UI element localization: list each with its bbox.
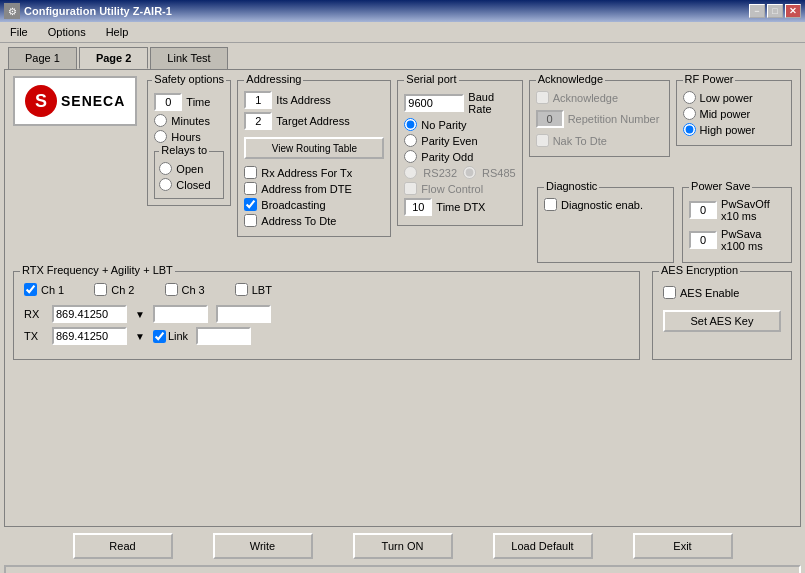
rs232-radio[interactable] [404, 166, 417, 179]
lbt-checkbox[interactable] [235, 283, 248, 296]
ch3-checkbox[interactable] [165, 283, 178, 296]
diag-enable-row: Diagnostic enab. [544, 198, 667, 211]
minutes-label: Minutes [171, 115, 210, 127]
view-routing-table-button[interactable]: View Routing Table [244, 137, 384, 159]
mid-power-row: Mid power [683, 107, 785, 120]
flow-control-checkbox[interactable] [404, 182, 417, 195]
set-aes-key-button[interactable]: Set AES Key [663, 310, 781, 332]
addressing-group: Addressing Its Address Target Address Vi… [237, 80, 391, 237]
nak-to-dte-checkbox[interactable] [536, 134, 549, 147]
nak-to-dte-row: Nak To Dte [536, 134, 663, 147]
rep-number-row: Repetition Number [536, 110, 663, 128]
hours-row: Hours [154, 130, 224, 143]
menu-file[interactable]: File [4, 24, 34, 40]
tx-freq-input[interactable] [52, 327, 127, 345]
ch2-label: Ch 2 [111, 284, 134, 296]
tx-label: TX [24, 330, 44, 342]
seneca-s-icon: S [25, 85, 57, 117]
minutes-row: Minutes [154, 114, 224, 127]
diag-enable-checkbox[interactable] [544, 198, 557, 211]
rs485-radio[interactable] [463, 166, 476, 179]
baud-rate-label: Baud Rate [468, 91, 515, 115]
pwsavoff-input[interactable] [689, 201, 717, 219]
address-to-dte-row: Address To Dte [244, 214, 384, 227]
turn-on-button[interactable]: Turn ON [353, 533, 453, 559]
its-address-input[interactable] [244, 91, 272, 109]
ch1-checkbox[interactable] [24, 283, 37, 296]
ch1-row: Ch 1 [24, 283, 64, 296]
tab-link-test[interactable]: Link Test [150, 47, 227, 69]
address-from-dte-row: Address from DTE [244, 182, 384, 195]
pwsava-input[interactable] [689, 231, 717, 249]
lbt-row: LBT [235, 283, 272, 296]
baud-rate-row: Baud Rate [404, 91, 515, 115]
tx-ch3-input[interactable] [196, 327, 251, 345]
ch2-checkbox[interactable] [94, 283, 107, 296]
menu-options[interactable]: Options [42, 24, 92, 40]
closed-radio[interactable] [159, 178, 172, 191]
rx-address-row: Rx Address For Tx [244, 166, 384, 179]
rx-freq-input[interactable] [52, 305, 127, 323]
menu-bar: File Options Help [0, 22, 805, 43]
maximize-button[interactable]: □ [767, 4, 783, 18]
parity-even-row: Parity Even [404, 134, 515, 147]
rx-ch2-input[interactable] [153, 305, 208, 323]
mid-power-radio[interactable] [683, 107, 696, 120]
address-from-dte-label: Address from DTE [261, 183, 351, 195]
load-default-button[interactable]: Load Default [493, 533, 593, 559]
pwsavoff-row: PwSavOff x10 ms [689, 198, 785, 222]
rtx-channels: Ch 1 Ch 2 Ch 3 LBT [24, 280, 629, 299]
high-power-label: High power [700, 124, 756, 136]
aes-enable-checkbox[interactable] [663, 286, 676, 299]
menu-help[interactable]: Help [100, 24, 135, 40]
parity-odd-row: Parity Odd [404, 150, 515, 163]
low-power-radio[interactable] [683, 91, 696, 104]
rx-ch3-input[interactable] [216, 305, 271, 323]
parity-odd-label: Parity Odd [421, 151, 473, 163]
baud-rate-input[interactable] [404, 94, 464, 112]
no-parity-radio[interactable] [404, 118, 417, 131]
open-label: Open [176, 163, 203, 175]
time-dtx-input[interactable] [404, 198, 432, 216]
high-power-radio[interactable] [683, 123, 696, 136]
exit-button[interactable]: Exit [633, 533, 733, 559]
time-input[interactable] [154, 93, 182, 111]
down-arrow-rx[interactable]: ▼ [135, 309, 145, 320]
hours-radio[interactable] [154, 130, 167, 143]
ch3-label: Ch 3 [182, 284, 205, 296]
window-controls: − □ ✕ [749, 4, 801, 18]
tab-page2[interactable]: Page 2 [79, 47, 148, 69]
broadcasting-checkbox[interactable] [244, 198, 257, 211]
address-to-dte-label: Address To Dte [261, 215, 336, 227]
closed-row: Closed [159, 178, 219, 191]
lbt-label: LBT [252, 284, 272, 296]
address-from-dte-checkbox[interactable] [244, 182, 257, 195]
down-arrow-tx[interactable]: ▼ [135, 331, 145, 342]
serial-port-label: Serial port [404, 73, 458, 85]
rx-address-checkbox[interactable] [244, 166, 257, 179]
diagnostic-group: Diagnostic Diagnostic enab. [537, 187, 674, 263]
acknowledge-check-label: Acknowledge [553, 92, 618, 104]
parity-even-radio[interactable] [404, 134, 417, 147]
nak-to-dte-label: Nak To Dte [553, 135, 607, 147]
write-button[interactable]: Write [213, 533, 313, 559]
rs485-label: RS485 [482, 167, 516, 179]
broadcasting-row: Broadcasting [244, 198, 384, 211]
close-button[interactable]: ✕ [785, 4, 801, 18]
rtx-aes-row: RTX Frequency + Agility + LBT Ch 1 Ch 2 … [13, 271, 792, 360]
acknowledge-label: Acknowledge [536, 73, 605, 85]
tab-page1[interactable]: Page 1 [8, 47, 77, 69]
open-radio[interactable] [159, 162, 172, 175]
read-button[interactable]: Read [73, 533, 173, 559]
minimize-button[interactable]: − [749, 4, 765, 18]
rep-number-input[interactable] [536, 110, 564, 128]
power-save-label: Power Save [689, 180, 752, 192]
pwsava-label: PwSava [721, 228, 763, 240]
acknowledge-checkbox[interactable] [536, 91, 549, 104]
bottom-bar: Read Write Turn ON Load Default Exit [0, 527, 805, 565]
minutes-radio[interactable] [154, 114, 167, 127]
target-address-input[interactable] [244, 112, 272, 130]
address-to-dte-checkbox[interactable] [244, 214, 257, 227]
link-checkbox[interactable] [153, 330, 166, 343]
parity-odd-radio[interactable] [404, 150, 417, 163]
